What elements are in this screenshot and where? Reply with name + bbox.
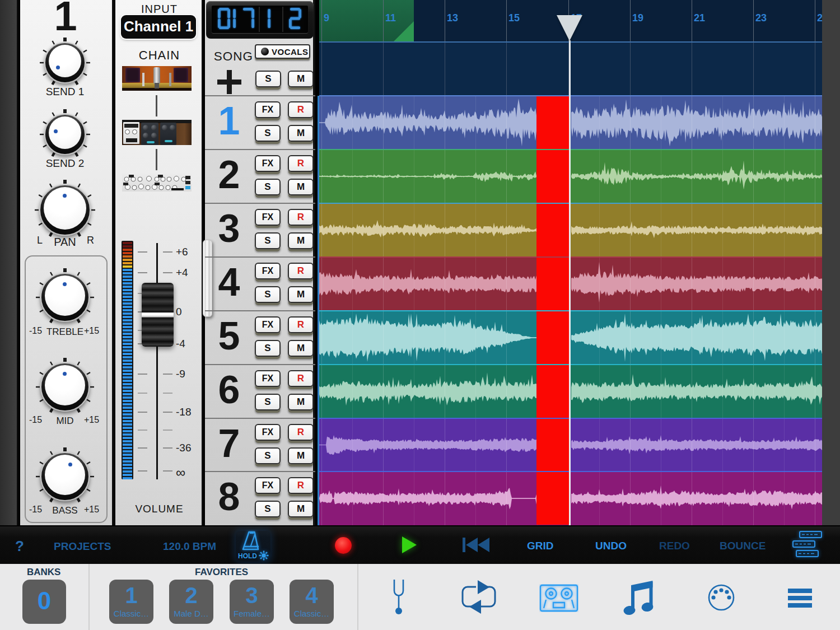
svg-text:HOLD: HOLD	[238, 552, 257, 560]
